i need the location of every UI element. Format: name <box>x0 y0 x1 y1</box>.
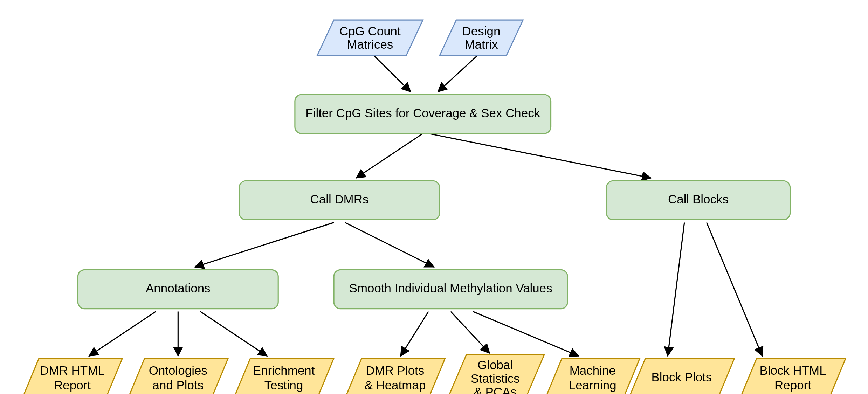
label: Statistics <box>471 372 520 385</box>
node-call-blocks: Call Blocks <box>606 181 790 220</box>
label: Report <box>774 378 811 392</box>
label: Global <box>477 358 513 372</box>
label: Annotations <box>146 281 211 295</box>
node-ontologies-plots: Ontologies and Plots <box>128 358 228 394</box>
label: Smooth Individual Methylation Values <box>349 281 552 295</box>
label: Matrices <box>347 37 393 51</box>
label: Enrichment <box>253 364 315 377</box>
label: Block HTML <box>759 364 826 377</box>
node-call-dmrs: Call DMRs <box>239 181 440 220</box>
edge-smooth-dmrplots <box>401 312 428 356</box>
node-smooth-methylation: Smooth Individual Methylation Values <box>334 270 567 309</box>
node-design-matrix: Design Matrix <box>440 20 523 56</box>
node-dmr-html-report: DMR HTML Report <box>22 358 123 394</box>
label: Learning <box>569 378 616 392</box>
edge-design-filter <box>438 55 478 92</box>
label: DMR Plots <box>366 364 424 377</box>
label: Call DMRs <box>310 192 368 206</box>
edge-blocks-blockrep <box>707 222 762 356</box>
flowchart: CpG Count Matrices Design Matrix Filter … <box>0 0 868 394</box>
label: Design <box>462 24 501 38</box>
label: Block Plots <box>651 370 712 384</box>
edge-blocks-blockplots <box>668 222 684 356</box>
edge-calldmrs-annot <box>195 222 334 267</box>
label: Ontologies <box>149 364 207 377</box>
edge-calldmrs-smooth <box>345 222 434 267</box>
label: Testing <box>264 378 303 392</box>
label: Matrix <box>464 37 498 51</box>
node-dmr-plots-heatmap: DMR Plots & Heatmap <box>345 358 445 394</box>
label: Machine <box>570 364 616 377</box>
label: and Plots <box>152 378 204 392</box>
node-enrichment-testing: Enrichment Testing <box>234 358 334 394</box>
label: DMR HTML <box>40 364 104 377</box>
edge-filter-callblocks <box>428 133 651 178</box>
label: Report <box>54 378 91 392</box>
label: Call Blocks <box>668 192 729 206</box>
label: CpG Count <box>339 24 401 38</box>
node-annotations: Annotations <box>78 270 278 309</box>
node-filter-cpg: Filter CpG Sites for Coverage & Sex Chec… <box>295 95 551 133</box>
node-block-html-report: Block HTML Report <box>740 358 846 394</box>
node-block-plots: Block Plots <box>629 358 735 394</box>
edge-cpgcount-filter <box>373 55 411 92</box>
edge-smooth-ml <box>473 312 579 356</box>
label: & PCAs <box>474 385 517 394</box>
edge-smooth-global <box>451 312 490 353</box>
edge-annot-enrichment <box>200 312 267 356</box>
node-global-stats-pcas: Global Statistics & PCAs <box>446 355 544 394</box>
label: Filter CpG Sites for Coverage & Sex Chec… <box>305 106 540 120</box>
edge-filter-calldmrs <box>356 133 423 178</box>
node-machine-learning: Machine Learning <box>545 358 640 394</box>
label: & Heatmap <box>364 378 426 392</box>
edge-annot-dmrreport <box>89 312 156 356</box>
node-cpg-count-matrices: CpG Count Matrices <box>317 20 423 56</box>
